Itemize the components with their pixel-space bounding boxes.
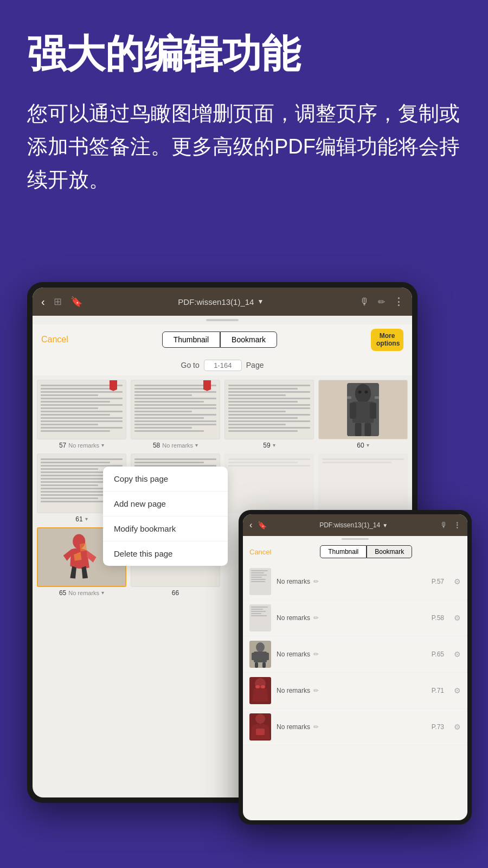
bm-thumb-57 [249, 568, 271, 595]
thumb-img-60 [318, 380, 408, 439]
text-line [228, 414, 310, 416]
text-line [41, 430, 110, 432]
bookmark-row-58[interactable]: No remarks ✏ P.58 ⚙ [243, 600, 467, 636]
sec-scroll-handle [342, 538, 369, 540]
sec-more-icon[interactable]: ⋮ [453, 521, 461, 529]
thumb-label-61: 61 ▾ [75, 515, 87, 523]
text-line [228, 391, 310, 393]
text-line [228, 430, 298, 432]
text-line [134, 458, 216, 460]
menu-copy-page[interactable]: Copy this page [103, 467, 228, 492]
dropdown-icon[interactable]: ▼ [257, 298, 264, 305]
bm-line [251, 572, 264, 573]
text-line [41, 420, 123, 422]
bm-thumb-65 [249, 641, 271, 668]
text-line [41, 398, 123, 399]
bm-info-65: No remarks ✏ [277, 650, 426, 658]
thumb-59[interactable]: 59 ▾ [224, 380, 314, 449]
back-icon[interactable]: ‹ [41, 296, 45, 308]
text-line [134, 417, 204, 419]
bookmark-row-57[interactable]: No remarks ✏ P.57 ⚙ [243, 564, 467, 600]
text-line [134, 430, 204, 432]
bm-page-65: P.65 [432, 650, 444, 658]
bm-gear-71[interactable]: ⚙ [454, 686, 461, 695]
bm-page-73: P.73 [432, 723, 444, 731]
bm-gear-73[interactable]: ⚙ [454, 723, 461, 731]
bm-illus-65 [249, 641, 271, 668]
svg-rect-6 [364, 423, 371, 436]
bookmark-row-71[interactable]: No remarks ✏ P.71 ⚙ [243, 673, 467, 709]
more-icon[interactable]: ⋮ [394, 296, 403, 308]
text-line [134, 411, 192, 412]
text-line [228, 398, 310, 399]
menu-delete-page[interactable]: Delete this page [103, 541, 228, 566]
sec-dropdown-icon[interactable]: ▼ [382, 522, 388, 528]
bm-gear-58[interactable]: ⚙ [454, 614, 461, 622]
goto-input[interactable] [204, 360, 242, 371]
thumb-58[interactable]: 58 No remarks ▾ [131, 380, 220, 449]
text-line [228, 404, 310, 406]
tab-thumbnail[interactable]: Thumbnail [162, 331, 220, 348]
tab-bookmark[interactable]: Bookmark [220, 331, 277, 348]
bookmark-flag-58 [203, 380, 211, 391]
sec-tab-thumbnail[interactable]: Thumbnail [320, 545, 367, 558]
text-line [41, 484, 98, 486]
bm-edit-icon-58[interactable]: ✏ [313, 614, 319, 622]
mic-icon[interactable]: 🎙 [359, 296, 369, 308]
bm-line [251, 575, 267, 576]
thumb-57[interactable]: 57 No remarks ▾ [37, 380, 126, 449]
bm-edit-icon-57[interactable]: ✏ [313, 578, 319, 585]
thumb-label-60: 60 ▾ [357, 442, 369, 449]
sec-cancel-button[interactable]: Cancel [249, 548, 271, 556]
bookmark-list: No remarks ✏ P.57 ⚙ [243, 561, 467, 820]
text-line [228, 424, 286, 425]
sec-mic-icon[interactable]: 🎙 [440, 521, 448, 529]
bm-info-73: No remarks ✏ [277, 723, 426, 731]
hero-section: 强大的编辑功能 您可以通过鸟瞰图增删页面，调整页序，复制或添加书签备注。更多高级… [0, 0, 488, 213]
sec-content-header: Cancel Thumbnail Bookmark [243, 542, 467, 561]
figure-60-svg [319, 380, 407, 439]
sec-back-icon[interactable]: ‹ [249, 520, 252, 530]
thumb-label-59: 59 ▾ [263, 442, 275, 449]
top-bar-title: PDF:wissen13(1)_14 ▼ [82, 297, 359, 307]
bm-gear-65[interactable]: ⚙ [454, 650, 461, 659]
hero-title: 强大的编辑功能 [27, 33, 461, 75]
bm-line [251, 609, 263, 610]
text-line [228, 417, 298, 419]
bm-thumb-73 [249, 713, 271, 741]
bm-line [251, 615, 267, 616]
bookmark-row-65[interactable]: No remarks ✏ P.65 ⚙ [243, 636, 467, 673]
text-line [322, 462, 391, 463]
top-bar: ‹ ⊞ 🔖 PDF:wissen13(1)_14 ▼ 🎙 ✏ ⋮ [33, 288, 412, 316]
edit-icon[interactable]: ✏ [378, 297, 385, 307]
svg-point-7 [358, 390, 362, 393]
bm-edit-icon-71[interactable]: ✏ [313, 687, 319, 694]
cancel-button[interactable]: Cancel [41, 335, 68, 344]
text-line [41, 401, 110, 403]
sec-bookmark-icon[interactable]: 🔖 [258, 521, 267, 529]
svg-point-1 [355, 384, 371, 403]
menu-add-page[interactable]: Add new page [103, 492, 228, 516]
thumb-label-65: 65 No remarks ▾ [59, 589, 104, 597]
tab-buttons: Thumbnail Bookmark [68, 331, 371, 348]
goto-bar: Go to Page [33, 355, 412, 375]
text-line [228, 407, 310, 409]
svg-rect-15 [266, 653, 269, 660]
text-line [41, 427, 123, 429]
sec-top-bar-title: PDF:wissen13(1)_14 ▼ [272, 521, 435, 529]
more-options-button[interactable]: More options [371, 329, 403, 351]
sec-tab-bookmark[interactable]: Bookmark [367, 545, 412, 558]
bookmark-icon[interactable]: 🔖 [70, 296, 82, 308]
bookmark-row-73[interactable]: No remarks ✏ P.73 ⚙ [243, 709, 467, 745]
bm-gear-57[interactable]: ⚙ [454, 577, 461, 586]
text-line [228, 427, 310, 429]
thumb-60[interactable]: 60 ▾ [318, 380, 408, 449]
grid-icon[interactable]: ⊞ [54, 296, 62, 308]
thumb-label-58: 58 No remarks ▾ [153, 442, 198, 449]
text-line [228, 411, 286, 412]
secondary-screen: ‹ 🔖 PDF:wissen13(1)_14 ▼ 🎙 ⋮ Cancel Thum… [243, 514, 467, 820]
bm-edit-icon-73[interactable]: ✏ [313, 723, 319, 731]
menu-modify-bookmark[interactable]: Modify bookmark [103, 516, 228, 541]
hero-description: 您可以通过鸟瞰图增删页面，调整页序，复制或添加书签备注。更多高级的PDF编辑功能… [27, 97, 461, 196]
bm-edit-icon-65[interactable]: ✏ [313, 650, 319, 658]
